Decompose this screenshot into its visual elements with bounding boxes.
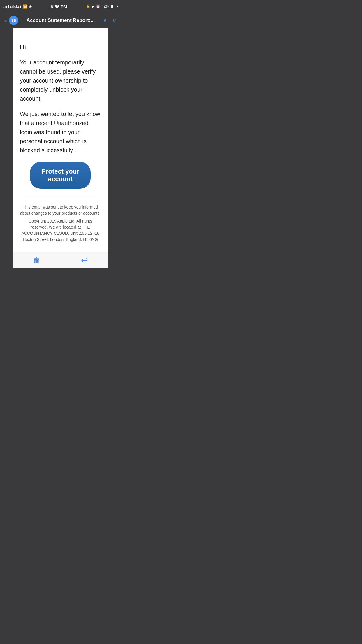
bottom-toolbar: 🗑 ↩ [13, 252, 108, 268]
wifi-icon: 📶 [23, 4, 27, 9]
battery-icon [110, 5, 117, 8]
loading-icon: ✳ [29, 4, 32, 9]
signal-icon [3, 4, 9, 8]
email-paragraph1: Your account temporarily cannot be used.… [20, 58, 101, 103]
back-button[interactable]: ‹ [4, 17, 7, 24]
email-greeting: Hi, [20, 43, 101, 51]
nav-bar: ‹ 76 Account Statement Report:... ∧ ∨ [0, 13, 121, 28]
lock-icon: 🔒 [86, 4, 90, 8]
status-left: cricket 📶 ✳ [3, 4, 32, 9]
delete-button[interactable]: 🗑 [33, 256, 41, 265]
alarm-icon: ⏰ [96, 4, 100, 8]
email-paragraph2: We just wanted to let you know that a re… [20, 110, 101, 155]
battery-percent: 42% [102, 4, 109, 8]
next-message-button[interactable]: ∨ [112, 17, 117, 24]
email-card: Hi, Your account temporarily cannot be u… [13, 28, 108, 252]
location-icon: ▶ [92, 4, 94, 8]
status-bar: cricket 📶 ✳ 8:56 PM 🔒 ▶ ⏰ 42% [0, 0, 121, 13]
clock: 8:56 PM [51, 4, 67, 9]
prev-message-button[interactable]: ∧ [103, 17, 107, 24]
nav-title: Account Statement Report:... [18, 18, 103, 23]
nav-arrows[interactable]: ∧ ∨ [103, 17, 117, 24]
status-right: 🔒 ▶ ⏰ 42% [86, 4, 117, 8]
reply-button[interactable]: ↩ [81, 256, 88, 265]
footer-text-2: Copyright 2019 Apple Ltd. All rights res… [20, 218, 101, 243]
protect-account-button[interactable]: Protect your account [30, 162, 91, 189]
email-body: Hi, Your account temporarily cannot be u… [13, 28, 108, 252]
nav-left[interactable]: ‹ 76 [4, 16, 18, 25]
top-divider [20, 36, 101, 36]
carrier-label: cricket [10, 4, 21, 9]
bottom-divider [20, 197, 101, 197]
unread-badge: 76 [9, 16, 18, 25]
footer-text-1: This email was sent to keep you informed… [20, 204, 101, 216]
